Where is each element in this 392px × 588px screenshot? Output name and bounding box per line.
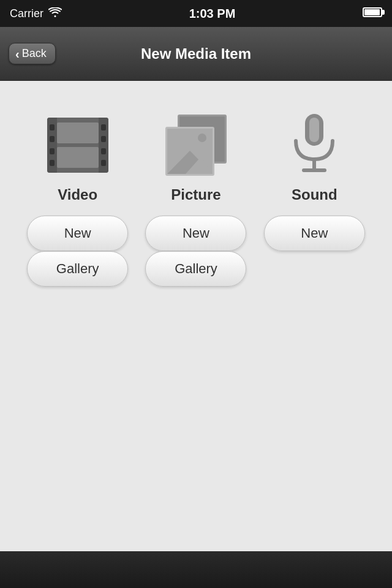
video-column: Video New Gallery <box>23 111 133 287</box>
film-hole <box>101 136 106 142</box>
battery-icon <box>363 7 382 20</box>
time-display: 1:03 PM <box>189 7 236 21</box>
media-grid: Video New Gallery Picture <box>18 111 374 287</box>
microphone-icon <box>287 111 342 179</box>
film-hole <box>50 160 55 166</box>
film-hole <box>50 124 55 130</box>
main-content: Video New Gallery Picture <box>0 81 392 330</box>
picture-front-card <box>165 127 214 176</box>
video-label: Video <box>58 186 97 203</box>
picture-icon <box>165 115 227 176</box>
video-new-button[interactable]: New <box>27 216 128 251</box>
film-frame <box>57 147 99 168</box>
film-hole <box>101 148 106 154</box>
sound-icon-area <box>277 111 351 179</box>
film-hole <box>50 136 55 142</box>
film-hole <box>50 148 55 154</box>
film-holes-right <box>99 118 108 173</box>
picture-sun <box>198 134 206 142</box>
picture-icon-area <box>159 111 233 179</box>
wifi-icon <box>48 7 62 20</box>
back-button[interactable]: ‹ Back <box>9 43 56 64</box>
carrier-area: Carrier <box>10 7 62 20</box>
video-icon-area <box>41 111 115 179</box>
sound-column: Sound New <box>259 111 369 251</box>
mic-svg <box>287 111 342 179</box>
film-hole <box>101 124 106 130</box>
picture-gallery-button[interactable]: Gallery <box>145 251 246 287</box>
film-frames <box>57 123 99 168</box>
carrier-label: Carrier <box>10 7 43 20</box>
picture-new-button[interactable]: New <box>145 216 246 251</box>
picture-mountain-svg <box>167 145 213 174</box>
back-chevron-icon: ‹ <box>15 48 20 60</box>
status-bar: Carrier 1:03 PM <box>0 0 392 27</box>
film-hole <box>101 160 106 166</box>
sound-new-button[interactable]: New <box>264 216 365 251</box>
video-gallery-button[interactable]: Gallery <box>27 251 128 287</box>
film-frame <box>57 123 99 143</box>
svg-rect-3 <box>309 118 319 142</box>
sound-label: Sound <box>292 186 337 203</box>
film-icon <box>47 118 108 173</box>
page-title: New Media Item <box>141 45 251 62</box>
nav-bar: ‹ Back New Media Item <box>0 27 392 81</box>
back-label: Back <box>22 47 47 60</box>
picture-label: Picture <box>171 186 221 203</box>
bottom-bar <box>0 551 392 588</box>
film-holes-left <box>47 118 57 173</box>
picture-column: Picture New Gallery <box>141 111 251 287</box>
